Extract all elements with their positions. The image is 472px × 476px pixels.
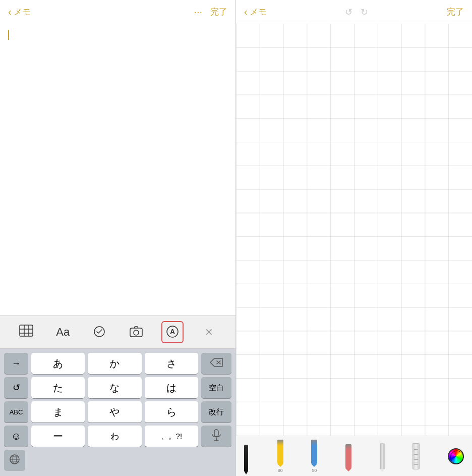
key-punctuation-label: 、。?! (161, 432, 183, 441)
left-nav: ‹ メモ (8, 6, 31, 18)
abc-label: ABC (10, 408, 23, 416)
note-editing-area[interactable] (0, 24, 235, 315)
key-ra[interactable]: ら (145, 401, 198, 422)
checklist-icon (93, 326, 105, 339)
undo-redo-controls: ↺ ↻ (345, 7, 368, 18)
return-key[interactable]: 改行 (201, 401, 231, 422)
svg-text:A: A (170, 328, 175, 336)
color-picker-tool[interactable] (448, 448, 464, 464)
key-ma[interactable]: ま (31, 401, 85, 422)
key-ha-label: は (166, 381, 176, 395)
key-ka[interactable]: か (88, 353, 141, 374)
delete-icon (209, 357, 223, 370)
grid-svg (236, 24, 472, 436)
emoji-icon: ☺ (11, 431, 21, 442)
ruler-tool[interactable] (412, 443, 420, 469)
arrow-key[interactable]: → (4, 353, 28, 374)
drawing-tools-bar: 80 50 (236, 436, 472, 476)
left-header: ‹ メモ ··· 完了 (0, 0, 235, 24)
key-a-label: あ (53, 357, 63, 371)
key-ka-label: か (109, 357, 120, 371)
space-label: 空白 (209, 383, 224, 393)
key-ya[interactable]: や (88, 401, 141, 422)
text-format-button[interactable]: Aa (52, 321, 74, 343)
key-ta[interactable]: た (31, 377, 85, 398)
svg-rect-0 (20, 325, 33, 336)
right-undo-icon[interactable]: ↺ (345, 7, 352, 18)
key-ma-label: ま (53, 405, 63, 419)
undo-icon: ↺ (13, 382, 20, 393)
table-icon (19, 325, 33, 340)
key-wa[interactable]: わ (88, 426, 141, 447)
right-header: ‹ メモ ↺ ↻ 完了 (236, 0, 472, 24)
japanese-keyboard: → あ か さ (0, 349, 235, 476)
undo-key[interactable]: ↺ (4, 377, 28, 398)
globe-key[interactable] (4, 450, 25, 471)
blue-highlighter-label: 50 (312, 468, 317, 473)
key-a[interactable]: あ (31, 353, 85, 374)
more-icon[interactable]: ··· (194, 6, 202, 18)
yellow-highlighter-tool[interactable]: 80 (277, 440, 283, 473)
mic-icon (211, 429, 221, 443)
right-back-arrow-icon[interactable]: ‹ (244, 6, 248, 18)
close-icon: ✕ (205, 326, 213, 338)
drawing-canvas[interactable] (236, 24, 472, 436)
key-chouon-label: ー (53, 430, 63, 443)
key-ra-label: ら (166, 405, 176, 419)
markup-icon: A (166, 325, 179, 340)
left-panel: ‹ メモ ··· 完了 Aa (0, 0, 236, 476)
formatting-toolbar: Aa A (0, 315, 235, 349)
color-wheel[interactable] (448, 448, 464, 464)
svg-rect-21 (236, 24, 472, 436)
globe-icon (9, 454, 20, 467)
header-actions: ··· 完了 (194, 6, 227, 18)
delete-key[interactable] (201, 353, 231, 374)
key-punctuation[interactable]: 、。?! (145, 426, 198, 447)
pink-highlighter-tool[interactable] (345, 444, 351, 468)
right-panel: ‹ メモ ↺ ↻ 完了 (236, 0, 472, 476)
svg-point-22 (450, 451, 463, 464)
key-na[interactable]: な (88, 377, 141, 398)
camera-button[interactable] (125, 321, 147, 343)
markup-button[interactable]: A (161, 321, 184, 343)
key-chouon[interactable]: ー (31, 426, 85, 447)
right-nav: ‹ メモ (244, 6, 267, 18)
key-sa-label: さ (166, 357, 176, 371)
white-pencil-tool[interactable] (380, 443, 385, 469)
emoji-key[interactable]: ☺ (4, 426, 28, 447)
arrow-right-icon: → (12, 358, 21, 369)
camera-icon (130, 326, 143, 339)
key-ya-label: や (109, 405, 120, 419)
right-back-label[interactable]: メモ (250, 6, 267, 18)
svg-point-7 (134, 330, 139, 335)
key-sa[interactable]: さ (145, 353, 198, 374)
close-toolbar-button[interactable]: ✕ (198, 321, 220, 343)
text-format-icon: Aa (56, 326, 70, 339)
abc-key[interactable]: ABC (4, 401, 28, 422)
mic-key[interactable] (201, 426, 231, 447)
key-wa-label: わ (110, 431, 119, 442)
key-ha[interactable]: は (145, 377, 198, 398)
return-label: 改行 (209, 407, 224, 417)
blue-highlighter-tool[interactable]: 50 (311, 440, 317, 473)
text-cursor (8, 30, 9, 40)
right-redo-icon[interactable]: ↻ (361, 7, 368, 18)
table-button[interactable] (15, 321, 37, 343)
yellow-highlighter-label: 80 (278, 468, 283, 473)
svg-rect-12 (214, 430, 218, 437)
done-button[interactable]: 完了 (210, 6, 227, 18)
back-label[interactable]: メモ (14, 6, 31, 18)
right-done-button[interactable]: 完了 (447, 6, 464, 18)
key-ta-label: た (53, 381, 63, 395)
checklist-button[interactable] (88, 321, 110, 343)
back-arrow-icon[interactable]: ‹ (8, 6, 12, 18)
space-key[interactable]: 空白 (201, 377, 231, 398)
pen-tool[interactable] (244, 442, 249, 471)
key-na-label: な (109, 381, 120, 395)
